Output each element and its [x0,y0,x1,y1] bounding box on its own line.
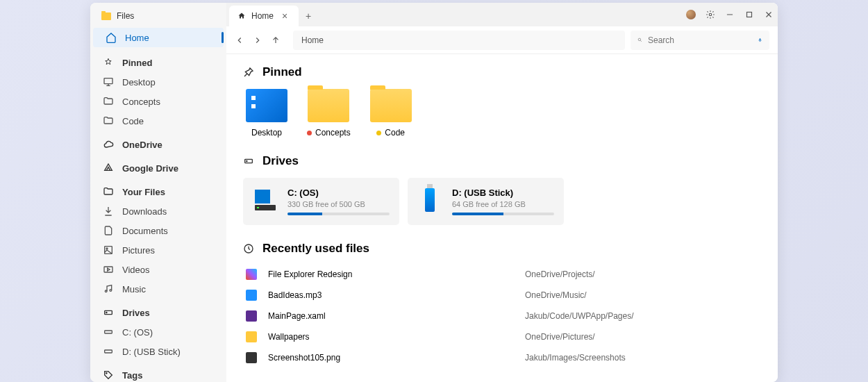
desktop-icon [246,89,287,122]
section-title: Pinned [262,65,302,79]
list-item[interactable]: BadIdeas.mp3OneDrive/Music/ [243,286,761,304]
sidebar-item-concepts[interactable]: Concepts [90,92,226,111]
drive-stat: 330 GB free of 500 GB [287,200,390,208]
file-name: MainPage.xaml [268,311,525,321]
app-title: Files [90,7,226,26]
sidebar-label: Drives [122,308,150,318]
sidebar-group-drives[interactable]: Drives [90,303,226,322]
close-icon[interactable]: × [279,10,290,22]
close-icon[interactable] [764,10,774,19]
sidebar-label: Music [122,284,146,294]
section-header-recent: Recently used files [243,242,761,256]
section-title: Drives [262,154,299,168]
sidebar-label: Videos [122,265,150,275]
pinned-code[interactable]: Code [370,89,412,138]
drive-name: C: (OS) [287,188,390,198]
pin-icon [243,67,254,78]
drive-card-d[interactable]: D: (USB Stick) 64 GB free of 128 GB [408,178,564,225]
back-icon[interactable] [235,35,244,45]
sidebar-item-music[interactable]: Music [90,279,226,299]
breadcrumb[interactable]: Home [293,31,625,50]
sidebar-item-pictures[interactable]: Pictures [90,240,226,260]
sidebar-item-home[interactable]: Home [93,28,224,47]
home-icon [237,12,246,20]
sidebar-label: Pictures [122,245,155,256]
svg-point-2 [106,248,108,249]
sidebar-group-pinned[interactable]: Pinned [90,53,226,72]
sidebar-item-videos[interactable]: Videos [90,260,226,279]
tab-bar: Home × + [226,3,778,26]
sidebar-label: Downloads [122,206,167,217]
file-icon [246,310,257,322]
sidebar-item-gdrive[interactable]: Google Drive [90,158,226,178]
section-header-pinned: Pinned [243,65,761,79]
pinned-items: Desktop Concepts Code [246,89,761,138]
list-item[interactable]: File Explorer RedesignOneDrive/Projects/ [243,265,761,283]
sidebar-label: Your Files [122,187,165,197]
svg-point-16 [247,160,247,161]
file-icon [246,269,257,280]
list-item[interactable]: WallpapersOneDrive/Pictures/ [243,328,761,346]
section-title: Recently used files [262,242,369,256]
sidebar: Files Home Pinned Desktop Concepts Code … [90,3,226,382]
folder-icon [370,89,412,122]
pinned-desktop[interactable]: Desktop [246,89,287,138]
svg-rect-14 [760,38,761,40]
folder-icon [308,89,349,122]
sidebar-item-drive-d[interactable]: D: (USB Stick) [90,342,226,361]
section-header-drives: Drives [243,154,761,168]
up-icon[interactable] [271,35,281,45]
sidebar-item-onedrive[interactable]: OneDrive [90,135,226,154]
pin-label-text: Desktop [251,128,282,138]
tab-label: Home [251,11,274,21]
tab-home[interactable]: Home × [229,6,299,26]
video-icon [103,264,114,275]
content-area: Pinned Desktop Concepts Code Drives [226,54,778,382]
sidebar-item-documents[interactable]: Documents [90,221,226,240]
music-icon [103,283,114,294]
main-area: Home × + Home [226,3,778,382]
forward-icon[interactable] [253,35,262,45]
sidebar-group-files[interactable]: Your Files [90,182,226,201]
new-tab-button[interactable]: + [303,6,314,26]
pin-label-text: Code [385,128,405,138]
avatar[interactable] [686,10,696,19]
sidebar-item-desktop[interactable]: Desktop [90,72,226,92]
sidebar-label: Documents [122,226,168,236]
file-path: OneDrive/Projects/ [525,269,595,279]
gear-icon[interactable] [706,10,715,19]
sidebar-item-code[interactable]: Code [90,111,226,131]
svg-rect-9 [105,350,112,353]
search-input[interactable] [648,35,752,45]
history-icon [243,243,254,254]
search-icon [637,35,642,44]
drive-card-c[interactable]: C: (OS) 330 GB free of 500 GB [243,178,399,225]
list-item[interactable]: MainPage.xamlJakub/Code/UWPApp/Pages/ [243,307,761,325]
search-box[interactable] [631,31,769,50]
sidebar-item-drive-c[interactable]: C: (OS) [90,322,226,342]
image-icon [103,244,114,256]
svg-point-10 [106,373,107,374]
maximize-icon[interactable] [744,10,754,19]
toolbar: Home [226,26,778,54]
svg-rect-12 [747,13,752,17]
sidebar-group-tags[interactable]: Tags [90,365,226,382]
file-name: BadIdeas.mp3 [268,290,525,300]
file-path: Jakub/Code/UWPApp/Pages/ [525,311,634,321]
hdd-icon [103,326,114,338]
home-icon [106,32,117,43]
pinned-concepts[interactable]: Concepts [307,89,351,138]
sidebar-label: Concepts [122,97,160,107]
folder-icon [103,186,114,197]
usb-icon [103,346,114,357]
file-icon [246,290,257,301]
sidebar-item-downloads[interactable]: Downloads [90,201,226,221]
mic-icon[interactable] [758,35,762,44]
drive-icon [103,307,114,318]
cloud-icon [103,139,114,150]
sidebar-label: Tags [122,370,142,381]
file-icon [246,331,257,342]
minimize-icon[interactable] [725,10,735,19]
list-item[interactable]: Screenshot105.pngJakub/Images/Screenshot… [243,349,761,367]
svg-rect-0 [104,78,112,84]
